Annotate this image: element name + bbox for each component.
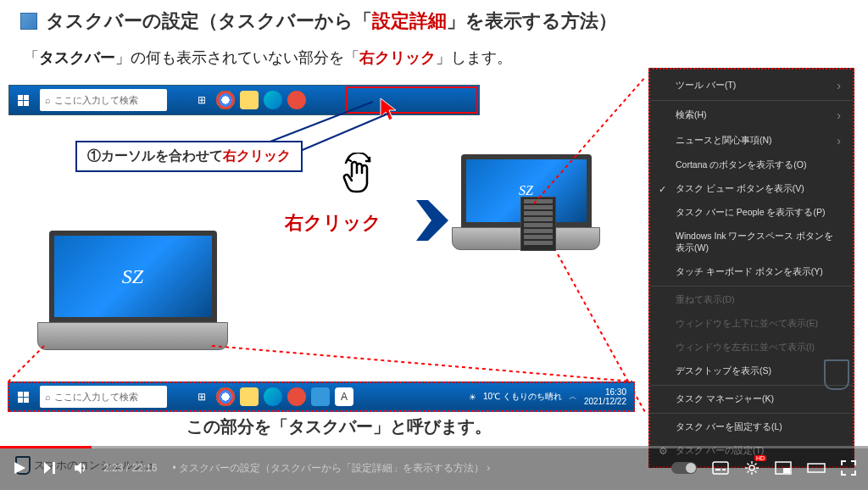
- settings-button[interactable]: [744, 460, 760, 476]
- slide-header: タスクバーの設定（タスクバーから「設定詳細」を表示する方法）: [0, 0, 868, 42]
- menu-item[interactable]: ツール バー(T): [650, 73, 853, 98]
- title-red: 設定詳細: [372, 10, 447, 31]
- next-button[interactable]: [42, 460, 58, 476]
- menu-item[interactable]: ニュースと関心事項(N): [650, 128, 853, 153]
- menu-item-label: Windows Ink ワークスペース ボタンを表示(W): [676, 231, 841, 254]
- callout-box: ①カーソルを合わせて右クリック: [75, 141, 303, 172]
- svg-rect-12: [713, 462, 728, 474]
- menu-item[interactable]: タスク マネージャー(K): [650, 387, 853, 411]
- menu-item[interactable]: タッチ キーボード ボタンを表示(Y): [650, 260, 853, 284]
- time-display: 2:23 / 22:16: [103, 462, 157, 474]
- menu-item-label: タスク ビュー ボタンを表示(V): [676, 183, 804, 195]
- shield-icon: [824, 359, 849, 390]
- menu-item-label: 検索(H): [676, 109, 707, 121]
- title-post: 」を表示する方法）: [447, 10, 617, 31]
- svg-rect-13: [715, 469, 721, 471]
- svg-line-5: [212, 346, 632, 381]
- content-area: ⌕ ここに入力して検索 ⊞ ①カーソルを合わせて右クリック 右クリック SZ S…: [0, 76, 868, 441]
- menu-item[interactable]: 検索(H): [650, 103, 853, 128]
- title-pre: タスクバーの設定（タスクバーから「: [46, 10, 372, 31]
- miniplayer-button[interactable]: [775, 461, 792, 475]
- laptop-image-1: SZ: [37, 231, 228, 358]
- menu-item-label: ウィンドウを左右に並べて表示(I): [676, 342, 815, 354]
- clock-date: 2021/12/22: [584, 397, 626, 406]
- svg-marker-8: [14, 462, 25, 474]
- play-button[interactable]: [12, 460, 27, 476]
- menu-item-label: 重ねて表示(D): [676, 294, 735, 306]
- task-view-icon-2[interactable]: ⊞: [192, 387, 211, 406]
- video-player-bar: 2:23 / 22:16 • タスクバーの設定（タスクバーから「設定詳細」を表示…: [0, 446, 868, 490]
- menu-divider: [650, 100, 853, 101]
- svg-marker-3: [416, 200, 448, 241]
- player-controls: 2:23 / 22:16 • タスクバーの設定（タスクバーから「設定詳細」を表示…: [0, 446, 868, 490]
- menu-item-label: タスク バーを固定する(L): [676, 421, 782, 433]
- svg-marker-9: [44, 462, 51, 474]
- menu-divider: [650, 286, 853, 287]
- hand-icon: [337, 153, 378, 208]
- menu-item: ウィンドウを左右に並べて表示(I): [650, 336, 853, 359]
- menu-item-label: ツール バー(T): [676, 80, 736, 92]
- menu-item: 重ねて表示(D): [650, 288, 853, 312]
- app-icon-4[interactable]: A: [335, 387, 353, 406]
- weather-icon: ☀: [469, 393, 476, 402]
- bullet-icon: [20, 13, 37, 30]
- menu-item-label: ニュースと関心事項(N): [676, 135, 772, 147]
- start-button-2[interactable]: [9, 381, 36, 412]
- volume-button[interactable]: [73, 460, 88, 476]
- app-icon-2[interactable]: [287, 387, 306, 406]
- menu-item: ウィンドウを上下に並べて表示(E): [650, 312, 853, 336]
- svg-rect-10: [53, 462, 55, 474]
- rightclick-label: 右クリック: [285, 210, 381, 236]
- menu-item[interactable]: Windows Ink ワークスペース ボタンを表示(W): [650, 225, 853, 260]
- progress-track[interactable]: [0, 446, 868, 448]
- bottom-caption: この部分を「タスクバー」と呼びます。: [186, 415, 492, 438]
- svg-line-2: [288, 114, 388, 156]
- subtitles-button[interactable]: [712, 461, 729, 475]
- windows-icon-2: [18, 392, 29, 403]
- menu-divider: [650, 385, 853, 386]
- mini-context-menu: [520, 197, 556, 251]
- autoplay-toggle[interactable]: [671, 462, 697, 474]
- clock-time: 16:30: [584, 387, 626, 397]
- taskbar-example-bottom: ⌕ ここに入力して検索 ⊞ A ☀ 10℃ くもりのち晴れ ︿ 16:30 20…: [8, 381, 635, 412]
- menu-item[interactable]: タスク バーを固定する(L): [650, 415, 853, 439]
- edge-icon-2[interactable]: [264, 387, 282, 406]
- svg-rect-14: [722, 469, 726, 471]
- app-icon-3[interactable]: [311, 387, 330, 406]
- taskbar-context-menu: ツール バー(T)検索(H)ニュースと関心事項(N)Cortana のボタンを表…: [648, 68, 854, 468]
- weather-text: 10℃ くもりのち晴れ: [483, 391, 562, 403]
- menu-item[interactable]: Cortana のボタンを表示する(O): [650, 153, 853, 177]
- menu-divider: [650, 413, 853, 414]
- menu-item-label: ウィンドウを上下に並べて表示(E): [676, 318, 818, 330]
- svg-rect-17: [783, 468, 790, 473]
- slide-title: タスクバーの設定（タスクバーから「設定詳細」を表示する方法）: [46, 8, 617, 34]
- svg-point-15: [749, 465, 754, 471]
- menu-item[interactable]: タスク バーに People を表示する(P): [650, 201, 853, 225]
- taskbar-icons-2: ⊞ A: [192, 383, 353, 410]
- fullscreen-button[interactable]: [841, 460, 856, 476]
- svg-marker-11: [75, 462, 81, 474]
- menu-item[interactable]: タスク ビュー ボタンを表示(V): [650, 177, 853, 201]
- svg-rect-18: [808, 464, 825, 472]
- search-box-2[interactable]: ⌕ ここに入力して検索: [40, 386, 167, 408]
- instruction-line: 「タスクバー」の何も表示されていない部分を「右クリック」します。: [24, 47, 844, 68]
- menu-item[interactable]: デスクトップを表示(S): [650, 359, 853, 383]
- system-tray[interactable]: ☀ 10℃ くもりのち晴れ ︿ 16:30 2021/12/22: [469, 387, 633, 406]
- menu-item-label: デスクトップを表示(S): [676, 365, 771, 377]
- explorer-icon-2[interactable]: [240, 387, 259, 406]
- menu-item-label: タスク バーに People を表示する(P): [676, 207, 825, 219]
- arrow-right-icon: [411, 195, 453, 246]
- progress-fill: [0, 446, 92, 448]
- theater-button[interactable]: [807, 461, 826, 475]
- menu-item-label: タスク マネージャー(K): [676, 393, 774, 405]
- menu-item-label: タッチ キーボード ボタンを表示(Y): [676, 266, 823, 278]
- chapter-title: • タスクバーの設定（タスクバーから「設定詳細」を表示する方法） ›: [172, 461, 490, 476]
- chrome-icon-2[interactable]: [216, 387, 235, 406]
- search-icon-2: ⌕: [45, 392, 51, 402]
- tray-up-icon[interactable]: ︿: [569, 391, 577, 403]
- menu-item-label: Cortana のボタンを表示する(O): [676, 159, 806, 171]
